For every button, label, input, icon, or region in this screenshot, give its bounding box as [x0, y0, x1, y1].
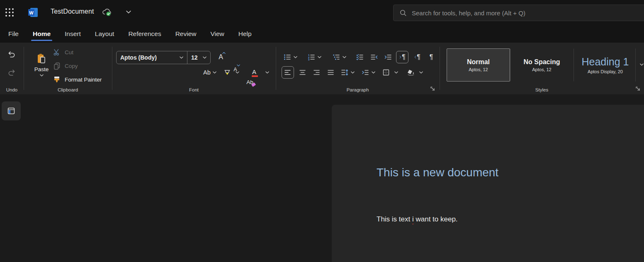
align-right-button[interactable] [311, 66, 323, 79]
styles-group-label: Styles [440, 87, 644, 92]
saved-status-icon[interactable] [102, 7, 112, 17]
chevron-down-icon [40, 74, 44, 77]
bullets-button[interactable] [283, 51, 297, 63]
font-combo: Aptos (Body) 12 [116, 51, 211, 64]
cut-button[interactable]: Cut [53, 47, 73, 58]
align-left-button[interactable] [282, 66, 294, 79]
pilcrow-glyph: ¶ [402, 53, 406, 61]
ltr-paragraph-button[interactable]: ¶ [396, 51, 408, 63]
justify-icon [327, 68, 335, 77]
redo-icon [7, 68, 16, 77]
menu-layout[interactable]: Layout [94, 29, 115, 39]
borders-button[interactable] [382, 66, 398, 79]
increase-indent-button[interactable] [382, 51, 394, 63]
align-left-icon [284, 68, 292, 77]
checklist-button[interactable] [354, 51, 366, 63]
font-name-select[interactable]: Aptos (Body) [117, 51, 187, 64]
copy-button[interactable]: Copy [53, 60, 78, 71]
paste-button[interactable]: Paste [28, 46, 55, 83]
shading-button[interactable] [407, 66, 423, 79]
menu-help[interactable]: Help [238, 29, 253, 39]
chevron-down-icon [203, 56, 207, 59]
document-paragraph[interactable]: This is text i want to keep. [377, 214, 458, 224]
highlight-color-button[interactable] [223, 66, 239, 79]
font-color-button[interactable]: A [248, 66, 269, 79]
font-group: Aptos (Body) 12 A A Ab B I [112, 43, 276, 94]
styles-gallery-expand-button[interactable] [638, 61, 644, 68]
borders-icon [382, 68, 390, 77]
multilevel-list-icon [332, 53, 340, 61]
paste-icon [36, 53, 47, 65]
menu-review[interactable]: Review [175, 29, 197, 39]
grow-font-glyph: A [219, 53, 223, 61]
ribbon: Undo Paste Cut [0, 43, 644, 94]
show-formatting-marks-button[interactable]: ¶ [425, 51, 437, 63]
clipboard-group: Paste Cut Copy [24, 43, 112, 94]
sidebar-panel-icon [7, 106, 16, 115]
styles-group: Normal Aptos, 12 No Spacing Aptos, 12 He… [440, 43, 644, 94]
line-spacing-button[interactable] [340, 66, 355, 79]
align-right-icon [313, 68, 321, 77]
increase-indent-icon [384, 53, 392, 61]
font-color-glyph: A [252, 68, 256, 75]
align-center-button[interactable] [296, 66, 309, 79]
format-painter-label: Format Painter [65, 77, 102, 83]
document-page[interactable]: This is a new document This is text i wa… [332, 105, 644, 262]
paint-bucket-icon [407, 68, 415, 77]
format-painter-button[interactable]: Format Painter [53, 74, 102, 85]
chevron-down-icon [351, 71, 355, 74]
chevron-down-icon [265, 71, 269, 74]
format-painter-icon [53, 75, 61, 84]
paste-label: Paste [34, 66, 49, 72]
chevron-left-icon [414, 56, 417, 59]
redo-button[interactable] [5, 67, 18, 79]
chevron-down-icon [318, 56, 321, 58]
paragraph-dialog-launcher[interactable] [430, 85, 436, 92]
style-normal[interactable]: Normal Aptos, 12 [447, 48, 510, 82]
menu-view[interactable]: View [209, 29, 225, 39]
word-logo-icon[interactable]: W [27, 7, 39, 18]
body-text-pre[interactable]: This is text [377, 215, 412, 223]
font-group-label: Font [112, 87, 276, 92]
document-heading[interactable]: This is a new document [377, 166, 498, 180]
navigation-pane-toggle[interactable] [2, 101, 21, 120]
body-text-post[interactable]: want to keep. [414, 215, 458, 223]
text-effects-glyph: Ab [203, 69, 211, 76]
top-bar: W TestDocument [0, 0, 644, 25]
style-no-spacing[interactable]: No Spacing Aptos, 12 [510, 48, 574, 82]
style-name: No Spacing [523, 58, 560, 66]
font-name-value: Aptos (Body) [120, 54, 157, 61]
font-size-select[interactable]: 12 [187, 51, 210, 64]
cut-label: Cut [65, 49, 73, 55]
document-title[interactable]: TestDocument [51, 8, 94, 15]
dialog-launcher-icon [430, 86, 435, 91]
dialog-launcher-icon [635, 86, 641, 91]
menu-insert[interactable]: Insert [64, 29, 82, 39]
rtl-paragraph-button[interactable]: ¶ [411, 51, 423, 63]
search-input[interactable] [412, 10, 642, 17]
style-name: Heading 1 [582, 56, 629, 68]
font-size-value: 12 [191, 54, 198, 61]
chevron-up-icon [222, 52, 226, 54]
menu-home[interactable]: Home [32, 29, 51, 39]
text-effects-button[interactable]: Ab [203, 66, 216, 79]
decrease-indent-button[interactable] [368, 51, 380, 63]
undo-group: Undo [0, 43, 24, 94]
grow-font-button[interactable]: A [214, 51, 228, 63]
numbering-button[interactable]: 123 [307, 51, 321, 63]
menu-file[interactable]: File [7, 29, 19, 39]
justify-button[interactable] [325, 66, 337, 79]
styles-dialog-launcher[interactable] [635, 85, 642, 92]
search-bar[interactable] [393, 5, 644, 21]
app-launcher-button[interactable] [3, 7, 16, 18]
undo-button[interactable] [5, 48, 18, 61]
search-icon [399, 9, 407, 17]
menu-references[interactable]: References [127, 29, 162, 39]
style-caption: Aptos, 12 [532, 67, 551, 72]
multilevel-list-button[interactable] [332, 51, 346, 63]
menu-bar: File Home Insert Layout References Revie… [0, 25, 644, 43]
title-dropdown-button[interactable] [126, 10, 131, 14]
style-heading-1[interactable]: Heading 1 Aptos Display, 20 [574, 48, 637, 82]
font-color-glyph-wrap: A [248, 66, 260, 79]
special-indent-button[interactable] [361, 66, 375, 79]
